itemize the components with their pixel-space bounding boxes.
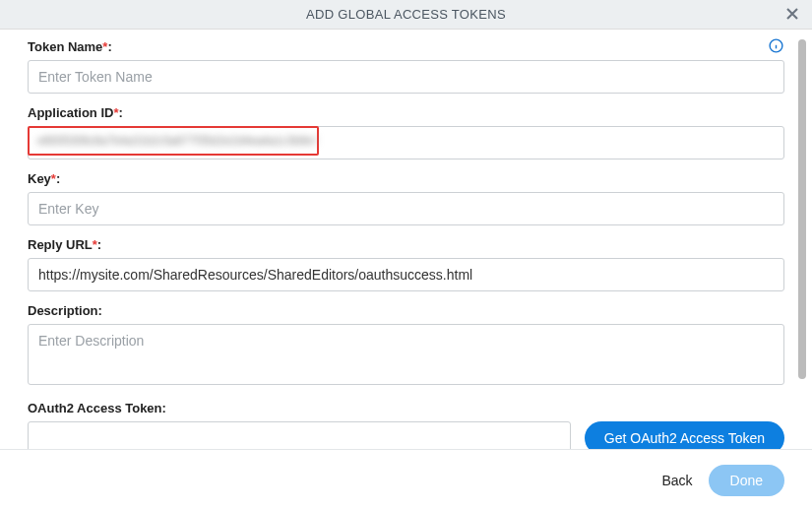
oauth-token-label: OAuth2 Access Token: bbox=[28, 401, 784, 415]
close-icon[interactable] bbox=[782, 4, 802, 28]
done-button[interactable]: Done bbox=[709, 465, 784, 496]
modal-footer: Back Done bbox=[0, 449, 812, 510]
description-label: Description: bbox=[28, 303, 784, 318]
key-input[interactable] bbox=[28, 192, 784, 225]
scrollbar-track bbox=[798, 30, 806, 449]
modal-header: ADD GLOBAL ACCESS TOKENS bbox=[0, 0, 812, 30]
description-input[interactable] bbox=[28, 324, 784, 385]
modal-title: ADD GLOBAL ACCESS TOKENS bbox=[306, 7, 506, 22]
reply-url-input[interactable] bbox=[28, 258, 784, 291]
application-id-value: e8005306c8a7b4a31b2c5a877f35d2e2d4ea4a1c… bbox=[37, 134, 317, 148]
application-id-input[interactable]: e8005306c8a7b4a31b2c5a877f35d2e2d4ea4a1c… bbox=[28, 126, 784, 159]
application-id-label: Application ID*: bbox=[28, 105, 784, 120]
reply-url-field: Reply URL*: bbox=[28, 237, 784, 291]
application-id-field: Application ID*: e8005306c8a7b4a31b2c5a8… bbox=[28, 105, 784, 159]
reply-url-label: Reply URL*: bbox=[28, 237, 784, 252]
info-icon[interactable] bbox=[768, 37, 784, 58]
description-field: Description: bbox=[28, 303, 784, 389]
modal-body: Token Name*: Application ID*: e8005306c8… bbox=[0, 30, 812, 448]
token-name-field: Token Name*: bbox=[28, 39, 784, 94]
scrollbar-thumb[interactable] bbox=[798, 39, 806, 379]
oauth-token-field: OAuth2 Access Token: Get OAuth2 Access T… bbox=[28, 401, 784, 455]
application-id-highlight: e8005306c8a7b4a31b2c5a877f35d2e2d4ea4a1c… bbox=[28, 126, 319, 156]
token-name-input[interactable] bbox=[28, 60, 784, 94]
key-label: Key*: bbox=[28, 171, 784, 186]
token-name-label: Token Name*: bbox=[28, 39, 784, 54]
key-field: Key*: bbox=[28, 171, 784, 225]
back-button[interactable]: Back bbox=[661, 473, 692, 488]
